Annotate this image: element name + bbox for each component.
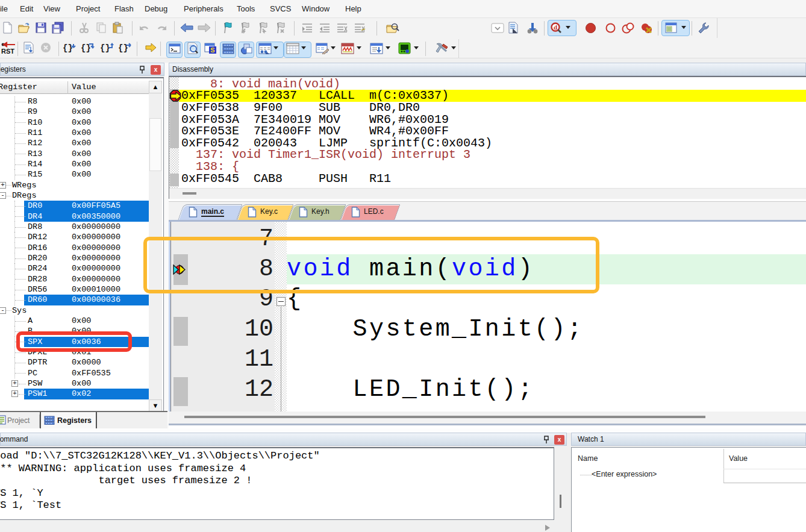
svg-text:{}: {} — [63, 43, 73, 53]
svg-text:d: d — [554, 23, 557, 31]
svg-text:RST: RST — [1, 48, 14, 55]
svg-text:{}: {} — [81, 43, 91, 53]
svg-text:S: S — [210, 46, 214, 54]
